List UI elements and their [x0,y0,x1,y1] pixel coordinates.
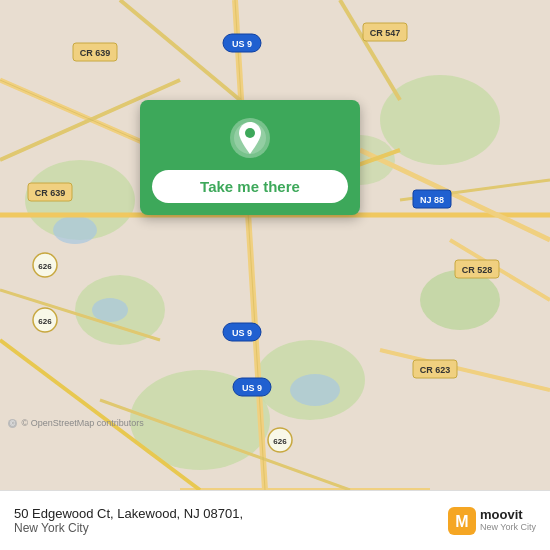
svg-text:CR 639: CR 639 [35,188,66,198]
svg-text:CR 639: CR 639 [80,48,111,58]
svg-rect-0 [0,0,550,490]
svg-text:M: M [455,513,468,530]
bottom-bar: 50 Edgewood Ct, Lakewood, NJ 08701, New … [0,490,550,550]
svg-text:CR 623: CR 623 [420,365,451,375]
address-section: 50 Edgewood Ct, Lakewood, NJ 08701, New … [14,506,243,535]
address-line1: 50 Edgewood Ct, Lakewood, NJ 08701, [14,506,243,521]
map-background: CR 639 CR 639 CR 547 US 9 US 9 US 9 NJ 8… [0,0,550,490]
location-pin-icon [228,116,272,160]
address-line2: New York City [14,521,243,535]
svg-text:CR 528: CR 528 [462,265,493,275]
take-me-there-button[interactable]: Take me there [152,170,348,203]
svg-point-10 [290,374,340,406]
svg-text:NJ 88: NJ 88 [420,195,444,205]
svg-text:626: 626 [38,262,52,271]
moovit-icon: M [448,507,476,535]
svg-point-54 [245,128,255,138]
svg-text:626: 626 [273,437,287,446]
svg-point-9 [92,298,128,322]
svg-text:626: 626 [38,317,52,326]
svg-text:US 9: US 9 [232,328,252,338]
osm-credit: © © OpenStreetMap contributors [8,418,144,428]
svg-text:US 9: US 9 [242,383,262,393]
svg-text:CR 547: CR 547 [370,28,401,38]
moovit-subtitle: New York City [480,523,536,533]
copyright-icon: © [8,419,17,428]
location-card: Take me there [140,100,360,215]
svg-text:US 9: US 9 [232,39,252,49]
map-container: CR 639 CR 639 CR 547 US 9 US 9 US 9 NJ 8… [0,0,550,490]
svg-point-5 [420,270,500,330]
moovit-logo: M moovit New York City [448,507,536,535]
svg-point-8 [53,216,97,244]
moovit-brand-name: moovit [480,508,536,522]
moovit-text: moovit New York City [480,508,536,532]
